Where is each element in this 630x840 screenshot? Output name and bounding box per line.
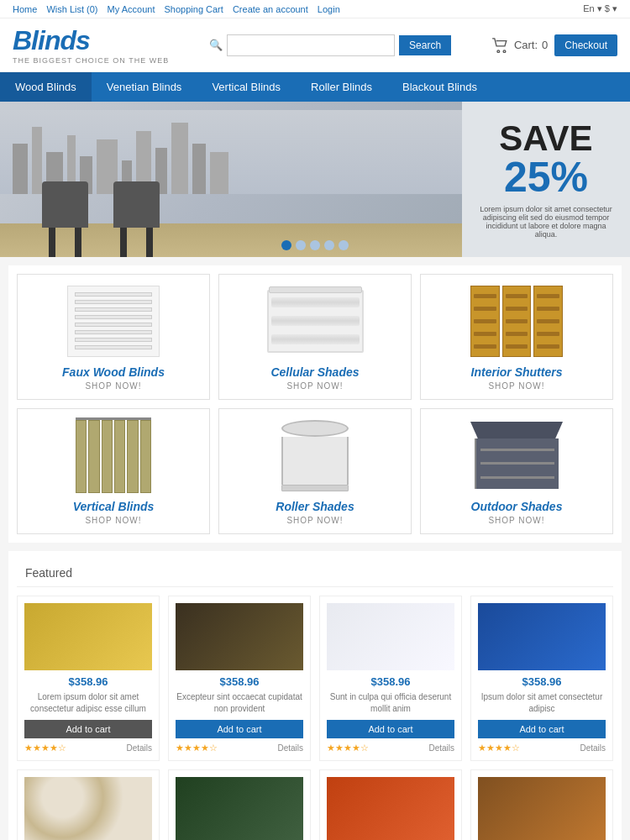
category-shop-shutters: SHOP NOW! (429, 381, 604, 391)
product-details-link-3[interactable]: Details (580, 743, 606, 753)
product-desc-3: Ipsum dolor sit amet consectetur adipisc (478, 691, 606, 715)
product-card-5: $358.96 Dolore eu fugiat nulla pariatur … (168, 769, 311, 840)
category-shop-vertical: SHOP NOW! (26, 516, 201, 525)
category-section: Faux Wood Blinds SHOP NOW! Cellular Shad… (8, 265, 622, 543)
category-card-outdoor[interactable]: Outdoor Shades SHOP NOW! (420, 408, 613, 534)
product-footer-3: ★★★★☆ Details (478, 743, 606, 753)
product-card-0: $358.96 Lorem ipsum dolor sit amet conse… (17, 596, 160, 761)
nav-wood-blinds[interactable]: Wood Blinds (0, 72, 92, 102)
hero-percent-text: 25% (504, 156, 588, 198)
nav-vertical-blinds[interactable]: Vertical Blinds (197, 72, 296, 102)
svg-point-1 (503, 50, 506, 52)
top-nav-links: Home Wish List (0) My Account Shopping C… (13, 4, 347, 14)
product-grid-row2: $358.96 Reprehenderit in voluptate velit… (17, 769, 613, 840)
add-to-cart-button-0[interactable]: Add to cart (24, 720, 152, 738)
product-stars-1: ★★★★☆ (176, 743, 218, 753)
category-title-vertical: Vertical Blinds (26, 500, 201, 513)
lang-currency: En ▾ $ ▾ (583, 3, 617, 14)
product-image-5 (176, 777, 303, 840)
category-img-shutters (466, 283, 567, 359)
category-card-faux-wood[interactable]: Faux Wood Blinds SHOP NOW! (17, 274, 210, 400)
product-image-2 (327, 603, 454, 670)
add-to-cart-button-3[interactable]: Add to cart (478, 720, 606, 738)
hero-promo-panel: SAVE 25% Lorem ipsum dolor sit amet cons… (462, 102, 630, 257)
product-image-1 (176, 603, 303, 670)
search-input[interactable] (227, 34, 395, 56)
product-card-4: $358.96 Reprehenderit in voluptate velit… (17, 769, 160, 840)
product-details-link-0[interactable]: Details (126, 743, 152, 753)
product-image-4 (24, 777, 152, 840)
product-footer-2: ★★★★☆ Details (327, 743, 454, 753)
category-title-roller: Roller Shades (228, 500, 402, 513)
product-card-7: $358.96 Ipsum dolor sit amet consectetur… (470, 769, 613, 840)
cart-area: Cart: 0 Checkout (491, 34, 617, 56)
add-to-cart-button-1[interactable]: Add to cart (176, 720, 303, 738)
category-title-outdoor: Outdoor Shades (429, 500, 604, 513)
main-navigation: Wood Blinds Venetian Blinds Vertical Bli… (0, 72, 630, 102)
home-link[interactable]: Home (13, 4, 37, 14)
category-img-roller (265, 417, 365, 493)
product-image-3 (478, 603, 606, 670)
top-bar: Home Wish List (0) My Account Shopping C… (0, 0, 630, 18)
hero-dot-3[interactable] (310, 240, 320, 250)
category-card-roller[interactable]: Roller Shades SHOP NOW! (218, 408, 412, 534)
product-stars-0: ★★★★☆ (24, 743, 66, 753)
nav-blackout-blinds[interactable]: Blackout Blinds (387, 72, 492, 102)
search-area: 🔍 Search (209, 34, 451, 56)
hero-room-scene (0, 102, 462, 257)
category-grid: Faux Wood Blinds SHOP NOW! Cellular Shad… (17, 274, 613, 534)
wishlist-link[interactable]: Wish List (0) (46, 4, 97, 14)
hero-dot-2[interactable] (296, 240, 306, 250)
featured-section: Featured $358.96 Lorem ipsum dolor sit a… (8, 551, 622, 840)
create-account-link[interactable]: Create an account (233, 4, 308, 14)
product-stars-3: ★★★★☆ (478, 743, 520, 753)
category-title-cellular: Cellular Shades (228, 365, 402, 379)
checkout-button[interactable]: Checkout (554, 34, 617, 56)
cart-link[interactable]: Shopping Cart (165, 4, 223, 14)
hero-banner: SAVE 25% Lorem ipsum dolor sit amet cons… (0, 102, 630, 257)
product-card-2: $358.96 Sunt in culpa qui officia deseru… (319, 596, 462, 761)
hero-dot-5[interactable] (339, 240, 349, 250)
category-shop-roller: SHOP NOW! (228, 516, 402, 525)
product-price-1: $358.96 (176, 675, 303, 688)
product-stars-2: ★★★★☆ (327, 743, 369, 753)
nav-venetian-blinds[interactable]: Venetian Blinds (92, 72, 197, 102)
product-desc-2: Sunt in culpa qui officia deserunt molli… (327, 691, 454, 715)
cart-count: 0 (542, 39, 548, 51)
cart-icon (491, 38, 510, 53)
add-to-cart-button-2[interactable]: Add to cart (327, 720, 454, 738)
myaccount-link[interactable]: My Account (108, 4, 155, 14)
product-details-link-1[interactable]: Details (277, 743, 303, 753)
svg-point-0 (497, 50, 500, 52)
product-card-6: $358.96 Sectetur adipiscing elit Add to … (319, 769, 462, 840)
category-title-shutters: Interior Shutters (429, 365, 604, 379)
product-grid-row1: $358.96 Lorem ipsum dolor sit amet conse… (17, 596, 613, 761)
product-image-6 (327, 777, 454, 840)
product-details-link-2[interactable]: Details (428, 743, 454, 753)
category-img-outdoor (466, 417, 567, 493)
category-shop-faux-wood: SHOP NOW! (26, 381, 201, 391)
hero-image-left (0, 102, 462, 257)
category-title-faux-wood: Faux Wood Blinds (26, 365, 201, 379)
login-link[interactable]: Login (318, 4, 340, 14)
product-card-3: $358.96 Ipsum dolor sit amet consectetur… (470, 596, 613, 761)
hero-dot-1[interactable] (281, 240, 291, 250)
product-desc-1: Excepteur sint occaecat cupidatat non pr… (176, 691, 303, 715)
category-img-cellular (265, 283, 365, 359)
category-card-shutters[interactable]: Interior Shutters SHOP NOW! (420, 274, 613, 400)
hero-save-text: SAVE (499, 121, 592, 156)
category-shop-outdoor: SHOP NOW! (429, 516, 604, 525)
hero-dot-4[interactable] (324, 240, 334, 250)
category-card-vertical[interactable]: Vertical Blinds SHOP NOW! (17, 408, 210, 534)
product-image-0 (24, 603, 152, 670)
category-card-cellular[interactable]: Cellular Shades SHOP NOW! (218, 274, 412, 400)
nav-roller-blinds[interactable]: Roller Blinds (296, 72, 387, 102)
site-logo: Blinds (13, 25, 169, 56)
site-header: Blinds THE BIGGEST CHOICE ON THE WEB 🔍 S… (0, 18, 630, 72)
product-price-0: $358.96 (24, 675, 152, 688)
featured-title: Featured (17, 559, 613, 587)
product-card-1: $358.96 Excepteur sint occaecat cupidata… (168, 596, 311, 761)
search-button[interactable]: Search (399, 35, 451, 55)
product-desc-0: Lorem ipsum dolor sit amet consectetur a… (24, 691, 152, 715)
product-price-2: $358.96 (327, 675, 454, 688)
